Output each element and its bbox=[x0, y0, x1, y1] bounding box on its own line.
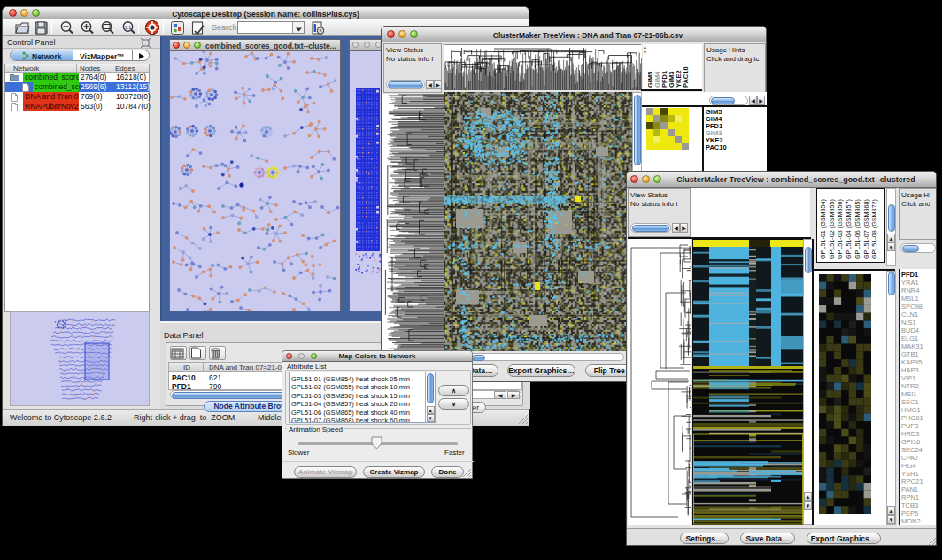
svg-text:PAC10: PAC10 bbox=[682, 66, 690, 88]
svg-text:GPL51-04 (GSM857): GPL51-04 (GSM857) bbox=[845, 199, 853, 259]
svg-text:GPL51-08 (GSM872): GPL51-08 (GSM872) bbox=[870, 199, 878, 259]
svg-text:GPL51-06 (GSM865): GPL51-06 (GSM865) bbox=[853, 199, 861, 259]
svg-text:GPL51-07 (GSM868): GPL51-07 (GSM868) bbox=[862, 199, 870, 259]
svg-text:1:1: 1:1 bbox=[125, 25, 132, 30]
svg-text:GPL51-01 (GSM854): GPL51-01 (GSM854) bbox=[819, 199, 827, 259]
svg-text:GPL51-03 (GSM856): GPL51-03 (GSM856) bbox=[836, 199, 844, 259]
svg-text:GPL51-02 (GSM855): GPL51-02 (GSM855) bbox=[828, 199, 836, 259]
